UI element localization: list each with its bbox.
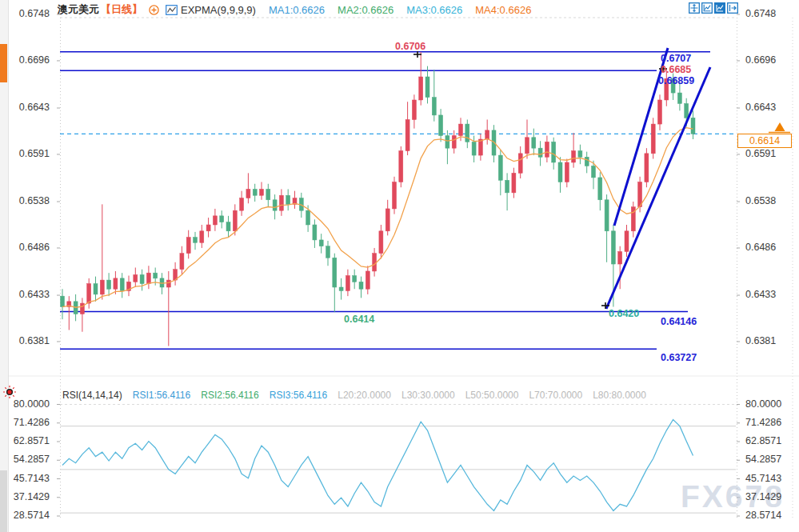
candle-body: [532, 138, 536, 148]
exit-fullscreen-icon[interactable]: [727, 2, 738, 14]
rsi-value-label: RSI1:56.4116: [133, 390, 191, 401]
chart-toolbar: [689, 2, 738, 14]
candle-body: [114, 278, 118, 289]
candle-body: [273, 200, 277, 210]
candle-body: [306, 210, 310, 225]
ma-values: MA1:0.6626MA2:0.6626MA3:0.6626MA4:0.6626: [256, 4, 531, 16]
rsi-line: [62, 419, 693, 510]
indicator-title: EXPMA(9,9,9,9): [181, 4, 256, 16]
candle-body: [240, 198, 244, 211]
candle-body: [625, 231, 629, 252]
chart-canvas[interactable]: [0, 0, 799, 532]
candle-body: [651, 124, 655, 154]
candle-body: [313, 225, 317, 240]
rsi-level-label: L80:80.0000: [593, 390, 646, 401]
rsi-header: RSI(14,14,14) RSI1:56.4116RSI2:56.4116RS…: [62, 390, 667, 401]
candle-body: [379, 231, 383, 254]
chart-mode-icon[interactable]: [714, 2, 725, 14]
candle-body: [80, 303, 84, 314]
candle-body: [100, 280, 104, 294]
trading-chart-window: 澳元美元 【日线】 EXPMA(9,9,9,9) MA1:0.6626MA2:0…: [0, 0, 799, 532]
alert-icon[interactable]: [3, 386, 16, 398]
candle-body: [412, 100, 416, 120]
candle-body: [525, 138, 529, 154]
candle-body: [279, 195, 283, 210]
rsi-value-label: RSI3:56.4116: [270, 390, 328, 401]
candle-body: [552, 142, 556, 162]
rsi-value-label: RSI2:56.4116: [201, 390, 259, 401]
ma-value-label: MA3:0.6626: [406, 4, 462, 16]
ma-value-label: MA1:0.6626: [269, 4, 325, 16]
candle-body: [498, 155, 502, 180]
price-arrow-marker: [775, 122, 785, 131]
candle-body: [359, 282, 363, 289]
candle-body: [425, 77, 429, 98]
watermark: FX678: [681, 479, 785, 514]
candle-body: [665, 78, 669, 100]
candle-body: [691, 118, 695, 134]
candle-body: [226, 222, 230, 231]
symbol-name: 澳元美元: [58, 2, 99, 17]
candle-body: [439, 115, 443, 136]
candle-body: [432, 98, 436, 115]
candle-body: [671, 78, 675, 93]
axis-scale-icon[interactable]: [701, 2, 713, 14]
left-toolbar[interactable]: [0, 0, 9, 532]
rsi-level-label: L70:70.0000: [529, 390, 582, 401]
candle-body: [246, 189, 250, 198]
candle-body: [645, 154, 649, 182]
candle-body: [346, 276, 350, 291]
candle-body: [592, 166, 596, 177]
candle-body: [266, 189, 270, 199]
indicator-chart-icon[interactable]: [166, 5, 178, 15]
candle-body: [485, 130, 489, 139]
candle-body: [478, 139, 482, 155]
candle-body: [339, 287, 343, 290]
candle-body: [107, 280, 111, 289]
candle-body: [233, 210, 237, 231]
candle-body: [611, 231, 615, 264]
candle-body: [585, 157, 589, 166]
candle-body: [677, 93, 681, 103]
candle-body: [353, 276, 357, 282]
rsi-level-label: L50:50.0000: [465, 390, 519, 401]
chart-header: 澳元美元 【日线】 EXPMA(9,9,9,9) MA1:0.6626MA2:0…: [58, 2, 531, 17]
candle-body: [286, 195, 290, 204]
candle-body: [260, 189, 264, 195]
candle-body: [578, 151, 582, 158]
candle-body: [545, 142, 549, 157]
rsi-level-label: L20:20.0000: [338, 390, 391, 401]
candle-body: [333, 258, 337, 287]
candle-body: [134, 274, 138, 282]
candle-body: [452, 136, 456, 149]
candle-body: [373, 254, 377, 271]
candle-body: [685, 103, 689, 118]
toolbar-bottom-block: [0, 470, 7, 532]
candle-body: [565, 162, 569, 182]
expma-line: [62, 128, 693, 308]
timeframe-label[interactable]: 【日线】: [101, 2, 142, 17]
candle-body: [200, 231, 204, 242]
candle-body: [419, 77, 423, 100]
candle-body: [319, 240, 323, 246]
candle-body: [445, 136, 449, 149]
rsi-level-label: L30:30.0000: [401, 390, 455, 401]
candle-body: [658, 100, 662, 124]
candle-body: [386, 209, 390, 231]
add-indicator-icon[interactable]: [149, 5, 159, 15]
candle-body: [206, 225, 210, 231]
candle-body: [213, 216, 217, 225]
rsi-title: RSI(14,14,14): [62, 390, 122, 401]
candle-body: [572, 151, 576, 162]
candle-body: [538, 148, 542, 157]
candle-body: [605, 200, 609, 231]
toolbar-active-indicator: [0, 44, 7, 82]
candle-body: [405, 119, 409, 150]
pan-icon[interactable]: [689, 2, 700, 14]
rsi-values: RSI1:56.4116RSI2:56.4116RSI3:56.4116L20:…: [133, 390, 657, 401]
current-price-tag: 0.6614: [737, 134, 792, 148]
candle-body: [366, 271, 370, 289]
ma-value-label: MA2:0.6626: [338, 4, 394, 16]
candle-body: [558, 162, 562, 182]
candle-body: [87, 284, 91, 304]
